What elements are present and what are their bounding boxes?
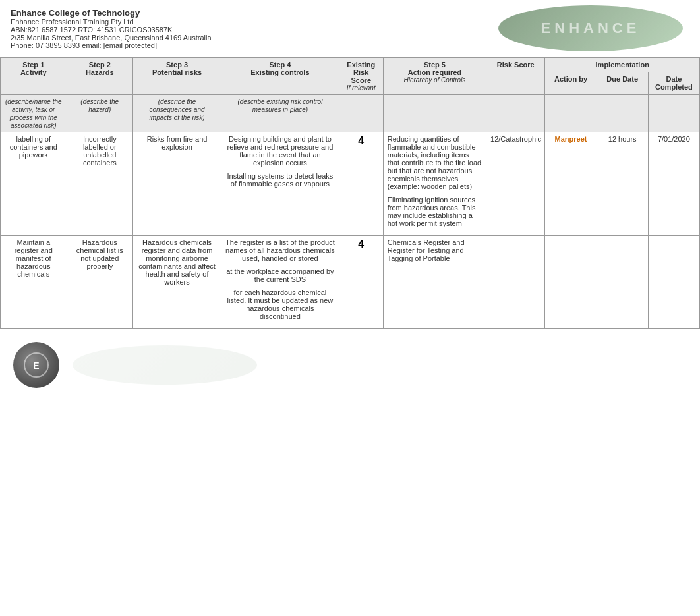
cell-existing-score: 4	[339, 132, 383, 236]
company-sub4: Phone: 07 3895 8393 email: [email protec…	[11, 42, 492, 49]
company-info: Enhance College of Technology Enhance Pr…	[11, 8, 492, 49]
company-name: Enhance College of Technology	[11, 8, 492, 18]
company-logo: ENHANCE	[492, 5, 689, 51]
watermark-oval	[73, 345, 257, 385]
cell-hazard: Incorrectly labelled or unlabelled conta…	[67, 132, 133, 236]
footer: E	[0, 329, 700, 401]
footer-watermark	[73, 345, 257, 385]
col-action-by-sub	[545, 95, 597, 132]
logo-oval: ENHANCE	[498, 5, 683, 51]
company-sub2: ABN:821 6587 1572 RTO: 41531 CRICOS03587…	[11, 26, 492, 34]
col-date-completed-sub	[648, 95, 699, 132]
cell-due-date: 12 hours	[597, 132, 648, 236]
col-step4-header: Step 4 Existing controls	[221, 58, 339, 95]
col-step1-header: Step 1 Activity	[1, 58, 67, 95]
cell-action-by: Manpreet	[545, 132, 597, 236]
col-due-date-header: Due Date	[597, 72, 648, 94]
col-existing-score-sub	[339, 95, 383, 132]
table-row: Maintain a register and manifest of haza…	[1, 236, 700, 329]
table-row: labelling of containers and pipeworkInco…	[1, 132, 700, 236]
col-action-by-header: Action by	[545, 72, 597, 94]
col-step1-sub: (describe/name the activity, task or pro…	[1, 95, 67, 132]
cell-risk-score	[486, 236, 545, 329]
risk-table: Step 1 Activity Step 2 Hazards Step 3 Po…	[0, 57, 700, 329]
cell-action-required: Reducing quantities of flammable and com…	[383, 132, 486, 236]
risk-table-container: Step 1 Activity Step 2 Hazards Step 3 Po…	[0, 57, 700, 329]
col-step3-sub: (describe the consequences and impacts o…	[133, 95, 221, 132]
col-implementation-header: Implementation	[545, 58, 700, 72]
col-date-completed-header: Date Completed	[648, 72, 699, 94]
col-step2-header: Step 2 Hazards	[67, 58, 133, 95]
cell-existing-controls: Designing buildings and plant to relieve…	[221, 132, 339, 236]
cell-existing-controls: The register is a list of the product na…	[221, 236, 339, 329]
col-due-date-sub	[597, 95, 648, 132]
cell-potential-risk: Hazardous chemicals register and data fr…	[133, 236, 221, 329]
header-row-sub: (describe/name the activity, task or pro…	[1, 95, 700, 132]
col-risk-score-sub	[486, 95, 545, 132]
cell-activity: labelling of containers and pipework	[1, 132, 67, 236]
cell-potential-risk: Risks from fire and explosion	[133, 132, 221, 236]
cell-date-completed	[648, 236, 699, 329]
col-step3-header: Step 3 Potential risks	[133, 58, 221, 95]
company-sub1: Enhance Professional Training Pty Ltd	[11, 18, 492, 26]
col-step5-header: Step 5 Action required Hierarchy of Cont…	[383, 58, 486, 95]
table-body: labelling of containers and pipeworkInco…	[1, 132, 700, 329]
svg-text:E: E	[33, 360, 39, 371]
company-sub3: 2/35 Manilla Street, East Brisbane, Quee…	[11, 34, 492, 42]
col-existing-score-header: Existing Risk Score If relevant	[339, 58, 383, 95]
cell-risk-score: 12/Catastrophic	[486, 132, 545, 236]
cell-action-required: Chemicals Register and Register for Test…	[383, 236, 486, 329]
cell-action-by	[545, 236, 597, 329]
col-step4-sub: (describe existing risk control measures…	[221, 95, 339, 132]
header-row-1: Step 1 Activity Step 2 Hazards Step 3 Po…	[1, 58, 700, 72]
col-step5-sub	[383, 95, 486, 132]
logo-text: ENHANCE	[541, 20, 641, 37]
cell-due-date	[597, 236, 648, 329]
col-step2-sub: (describe the hazard)	[67, 95, 133, 132]
cell-existing-score: 4	[339, 236, 383, 329]
cell-date-completed: 7/01/2020	[648, 132, 699, 236]
footer-logo-circle: E	[13, 342, 59, 388]
cell-activity: Maintain a register and manifest of haza…	[1, 236, 67, 329]
col-risk-score-header: Risk Score	[486, 58, 545, 95]
cell-hazard: Hazardous chemical list is not updated p…	[67, 236, 133, 329]
page-header: Enhance College of Technology Enhance Pr…	[0, 0, 700, 57]
